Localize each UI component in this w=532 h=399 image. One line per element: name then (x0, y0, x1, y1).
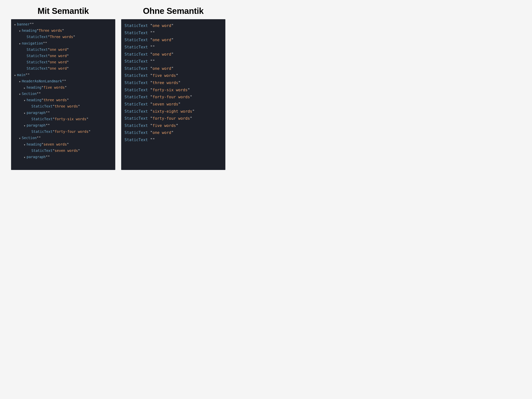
flat-row[interactable]: StaticText "one word" (125, 51, 222, 58)
tree-value: one word (50, 59, 67, 65)
disclosure-triangle-right-icon[interactable]: ▶ (23, 86, 26, 90)
disclosure-triangle-down-icon[interactable]: ▼ (14, 74, 16, 77)
tree-role-label: StaticText (32, 147, 52, 154)
flat-role-label: StaticText (125, 123, 148, 128)
flat-row[interactable]: StaticText "" (125, 29, 222, 37)
flat-row[interactable]: StaticText "five words" (125, 122, 222, 129)
disclosure-triangle-down-icon[interactable]: ▼ (19, 93, 21, 96)
tree-row[interactable]: ▶heading "five words" (14, 84, 113, 90)
quote-close: " (67, 141, 69, 147)
quote-open: " (150, 88, 152, 92)
tree-row[interactable]: ▼StaticText "Three words" (14, 34, 113, 40)
flat-value: five words (152, 123, 176, 128)
quote-close: " (48, 154, 50, 160)
flat-row[interactable]: StaticText "five words" (125, 72, 222, 79)
tree-role-label: heading (27, 84, 41, 90)
quote-open: " (41, 141, 43, 147)
quote-close: " (171, 52, 174, 57)
tree-role-label: Section (22, 90, 37, 97)
tree-row[interactable]: ▼Section "" (14, 90, 113, 97)
flat-row[interactable]: StaticText "one word" (125, 129, 222, 136)
flat-row[interactable]: StaticText "" (125, 58, 222, 65)
quote-close: " (67, 59, 69, 65)
flat-row[interactable]: StaticText "one word" (125, 36, 222, 44)
disclosure-triangle-down-icon[interactable]: ▼ (19, 80, 21, 84)
tree-value: one word (50, 46, 67, 53)
flat-value: three words (152, 81, 178, 85)
tree-row[interactable]: ▼HeaderAsNonLandmark "" (14, 78, 113, 84)
flat-role-label: StaticText (125, 66, 148, 71)
flat-role-label: StaticText (125, 59, 148, 63)
tree-row[interactable]: ▼StaticText "forty-six words" (14, 116, 113, 122)
flat-value: one word (152, 24, 171, 28)
tree-row[interactable]: ▼banner "" (14, 21, 113, 27)
quote-close: " (152, 59, 155, 63)
flat-row[interactable]: StaticText "one word" (125, 65, 222, 72)
disclosure-triangle-down-icon[interactable]: ▼ (14, 23, 16, 27)
disclosure-triangle-down-icon[interactable]: ▼ (19, 137, 21, 140)
tree-row[interactable]: ▼StaticText "one word" (14, 53, 113, 59)
tree-row[interactable]: ▼paragraph "" (14, 154, 113, 160)
quote-close: " (67, 65, 69, 71)
quote-open: " (41, 97, 43, 103)
tree-row[interactable]: ▼StaticText "one word" (14, 65, 113, 71)
quote-open: " (150, 123, 152, 128)
disclosure-triangle-down-icon[interactable]: ▼ (23, 99, 26, 102)
flat-row[interactable]: StaticText "forty-four words" (125, 115, 222, 122)
flat-row[interactable]: StaticText "one word" (125, 22, 222, 29)
flat-row[interactable]: StaticText "sixty-eight words" (125, 108, 222, 115)
tree-row[interactable]: ▼StaticText "three words" (14, 103, 113, 109)
tree-row[interactable]: ▼main "" (14, 72, 113, 78)
flat-row[interactable]: StaticText "forty-six words" (125, 86, 222, 94)
quote-open: " (150, 38, 152, 42)
tree-role-label: paragraph (27, 122, 46, 128)
tree-row[interactable]: ▼paragraph "" (14, 109, 113, 116)
tree-row[interactable]: ▼StaticText "one word" (14, 46, 113, 53)
flat-row[interactable]: StaticText "seven words" (125, 101, 222, 108)
quote-close: " (176, 73, 178, 78)
tree-row[interactable]: ▼paragraph "" (14, 122, 113, 128)
flat-role-label: StaticText (125, 38, 148, 42)
flat-row[interactable]: StaticText "three words" (125, 79, 222, 86)
flat-row[interactable]: StaticText "" (125, 44, 222, 51)
tree-row[interactable]: ▼navigation "" (14, 40, 113, 46)
tree-row[interactable]: ▼StaticText "one word" (14, 59, 113, 65)
tree-role-label: navigation (22, 40, 43, 46)
disclosure-triangle-down-icon[interactable]: ▼ (19, 42, 21, 46)
disclosure-triangle-down-icon[interactable]: ▼ (23, 156, 26, 159)
tree-row[interactable]: ▼heading "seven words" (14, 141, 113, 147)
flat-value: sixty-eight words (152, 109, 192, 114)
quote-open: " (150, 95, 152, 99)
tree-role-label: StaticText (32, 128, 52, 135)
tree-row[interactable]: ▼Section "" (14, 135, 113, 141)
flat-row[interactable]: StaticText "" (125, 136, 222, 144)
quote-open: " (150, 130, 152, 135)
tree-role-label: paragraph (27, 109, 46, 116)
semantic-tree-panel: ▼banner ""▼heading "Three words"▼StaticT… (11, 19, 115, 170)
quote-open: " (150, 73, 152, 78)
tree-role-label: paragraph (27, 154, 46, 160)
quote-close: " (188, 88, 190, 92)
flat-role-label: StaticText (125, 45, 148, 49)
quote-open: " (46, 122, 48, 128)
flat-role-label: StaticText (125, 81, 148, 85)
tree-row[interactable]: ▼StaticText "forty-four words" (14, 128, 113, 135)
quote-open: " (37, 135, 39, 141)
disclosure-triangle-down-icon[interactable]: ▼ (23, 143, 26, 147)
flat-role-label: StaticText (125, 31, 148, 35)
flat-value: seven words (152, 102, 178, 106)
disclosure-triangle-down-icon[interactable]: ▼ (19, 29, 21, 33)
quote-close: " (64, 78, 66, 84)
tree-row[interactable]: ▼StaticText "seven words" (14, 147, 113, 154)
tree-value: Three words (39, 27, 62, 34)
tree-value: forty-six words (55, 116, 86, 122)
tree-row[interactable]: ▼heading "Three words" (14, 27, 113, 34)
tree-row[interactable]: ▼heading "three words" (14, 97, 113, 103)
disclosure-triangle-down-icon[interactable]: ▼ (23, 112, 26, 115)
disclosure-triangle-down-icon[interactable]: ▼ (23, 124, 26, 128)
flat-row[interactable]: StaticText "forty-four words" (125, 94, 222, 101)
flat-role-label: StaticText (125, 73, 148, 78)
quote-close: " (48, 109, 50, 116)
flat-role-label: StaticText (125, 24, 148, 28)
quote-open: " (52, 103, 55, 109)
